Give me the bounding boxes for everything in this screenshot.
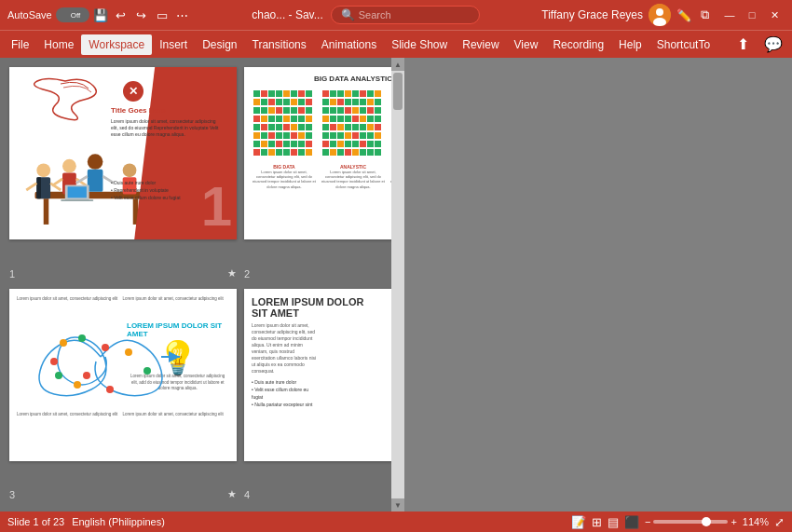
svg-rect-60 bbox=[283, 124, 290, 130]
svg-point-1 bbox=[656, 8, 663, 16]
scroll-track[interactable] bbox=[391, 71, 404, 498]
menu-slideshow[interactable]: Slide Show bbox=[384, 34, 455, 55]
svg-rect-41 bbox=[261, 107, 267, 114]
maximize-button[interactable]: □ bbox=[742, 5, 762, 25]
svg-rect-117 bbox=[360, 116, 366, 122]
svg-rect-119 bbox=[375, 116, 381, 122]
search-bar[interactable]: 🔍 bbox=[331, 6, 480, 24]
svg-rect-26 bbox=[268, 90, 275, 97]
svg-point-204 bbox=[125, 348, 132, 356]
toggle-state: Off bbox=[71, 11, 81, 20]
menu-design[interactable]: Design bbox=[195, 34, 244, 55]
slide3-star: ★ bbox=[227, 488, 237, 500]
slide1-title: Title Goes Here bbox=[111, 106, 223, 115]
svg-rect-143 bbox=[375, 141, 381, 147]
present-icon[interactable]: ▭ bbox=[155, 7, 170, 22]
scrollbar[interactable]: ▲ ▼ bbox=[391, 58, 404, 512]
svg-rect-107 bbox=[345, 107, 351, 114]
svg-rect-75 bbox=[276, 141, 282, 147]
chart-bigdata: BIG DATA Lorem ipsum dolor sit amet, con… bbox=[252, 89, 317, 189]
scroll-down[interactable]: ▼ bbox=[391, 498, 404, 512]
svg-rect-121 bbox=[330, 124, 336, 130]
svg-rect-37 bbox=[291, 99, 297, 105]
menu-home[interactable]: Home bbox=[36, 34, 81, 55]
share-button[interactable]: ⬆ bbox=[731, 34, 755, 55]
edit-icon[interactable]: ✏️ bbox=[676, 7, 691, 22]
svg-rect-35 bbox=[276, 99, 282, 105]
svg-rect-144 bbox=[322, 149, 329, 156]
redo-icon[interactable]: ↪ bbox=[134, 7, 149, 22]
zoom-slider[interactable]: − + bbox=[645, 516, 737, 527]
svg-rect-113 bbox=[330, 116, 336, 122]
svg-rect-137 bbox=[330, 141, 336, 147]
menu-view[interactable]: View bbox=[507, 34, 546, 55]
slide-3[interactable]: Lorem ipsum dolor sit amet, consectetur … bbox=[9, 289, 237, 461]
view-icon[interactable]: ▤ bbox=[608, 515, 619, 529]
svg-rect-125 bbox=[360, 124, 366, 130]
svg-rect-31 bbox=[306, 90, 312, 97]
svg-rect-27 bbox=[276, 90, 282, 97]
slide-4[interactable]: LOREM IPSUM DOLOR SIT AMET Lorem ipsum d… bbox=[244, 289, 391, 461]
svg-rect-34 bbox=[268, 99, 275, 105]
slide3-top-texts: Lorem ipsum dolor sit amet, consectetur … bbox=[17, 296, 229, 302]
slide3-text1: Lorem ipsum dolor sit amet, consectetur … bbox=[17, 296, 118, 302]
scroll-up[interactable]: ▲ bbox=[391, 58, 404, 71]
analystic-chart-svg bbox=[321, 89, 386, 158]
menu-insert[interactable]: Insert bbox=[152, 34, 195, 55]
present-status-icon[interactable]: ⬛ bbox=[624, 515, 639, 529]
menu-help[interactable]: Help bbox=[611, 34, 649, 55]
zoom-thumb[interactable] bbox=[702, 517, 711, 526]
autosave-area: AutoSave Off bbox=[7, 7, 89, 22]
autosave-toggle[interactable]: Off bbox=[56, 7, 89, 22]
search-input[interactable] bbox=[359, 9, 480, 20]
svg-rect-129 bbox=[330, 132, 336, 139]
zoom-minus[interactable]: − bbox=[645, 516, 650, 527]
slides-panel[interactable]: 1 ✕ Title Goes Here Lorem ipsum dolor si… bbox=[0, 58, 391, 512]
slide4-bullets: • Duis aute irure dolor • Velit esse cil… bbox=[252, 378, 317, 408]
slide3-number-label: 3 bbox=[9, 489, 15, 500]
slide-1[interactable]: 1 ✕ Title Goes Here Lorem ipsum dolor si… bbox=[9, 67, 237, 239]
svg-rect-65 bbox=[261, 132, 267, 139]
svg-rect-81 bbox=[261, 149, 267, 156]
notes-icon[interactable]: 📝 bbox=[571, 515, 586, 529]
slide-4-wrapper: LOREM IPSUM DOLOR SIT AMET Lorem ipsum d… bbox=[244, 289, 391, 484]
svg-rect-36 bbox=[283, 99, 290, 105]
svg-rect-24 bbox=[253, 90, 260, 97]
zoom-track[interactable] bbox=[653, 520, 728, 524]
slide-2[interactable]: BIG DATA ANALYSTIC bbox=[244, 67, 391, 239]
menu-workspace[interactable]: Workspace bbox=[81, 34, 152, 55]
menu-file[interactable]: File bbox=[4, 34, 36, 55]
svg-rect-63 bbox=[306, 124, 312, 130]
minimize-button[interactable]: — bbox=[719, 5, 740, 25]
menu-recording[interactable]: Recording bbox=[545, 34, 611, 55]
svg-point-203 bbox=[102, 344, 109, 351]
svg-rect-99 bbox=[345, 99, 351, 105]
svg-rect-139 bbox=[345, 141, 351, 147]
circuit-svg bbox=[17, 306, 184, 408]
menu-shortcutto[interactable]: ShortcutTo bbox=[649, 34, 717, 55]
undo-icon[interactable]: ↩ bbox=[114, 7, 129, 22]
zoom-plus[interactable]: + bbox=[731, 516, 736, 527]
svg-point-200 bbox=[50, 358, 58, 365]
svg-rect-16 bbox=[88, 170, 103, 192]
avatar bbox=[649, 4, 671, 26]
restore-icon[interactable]: ⧉ bbox=[697, 7, 712, 22]
more-icon[interactable]: ⋯ bbox=[175, 7, 190, 22]
svg-rect-123 bbox=[345, 124, 351, 130]
svg-rect-124 bbox=[352, 124, 359, 130]
svg-rect-71 bbox=[306, 132, 312, 139]
save-icon[interactable]: 💾 bbox=[93, 7, 108, 22]
bigdata-chart-svg bbox=[252, 89, 317, 158]
menu-review[interactable]: Review bbox=[455, 34, 506, 55]
comment-button[interactable]: 💬 bbox=[758, 34, 788, 55]
svg-rect-32 bbox=[253, 99, 260, 105]
svg-rect-22 bbox=[68, 186, 87, 198]
grid-icon[interactable]: ⊞ bbox=[592, 515, 602, 529]
menu-animations[interactable]: Animations bbox=[314, 34, 384, 55]
fit-icon[interactable]: ⤢ bbox=[774, 515, 785, 529]
close-button[interactable]: ✕ bbox=[764, 5, 785, 25]
menu-transitions[interactable]: Transitions bbox=[245, 34, 314, 55]
scroll-thumb[interactable] bbox=[393, 73, 403, 110]
svg-rect-62 bbox=[298, 124, 305, 130]
svg-rect-98 bbox=[337, 99, 344, 105]
